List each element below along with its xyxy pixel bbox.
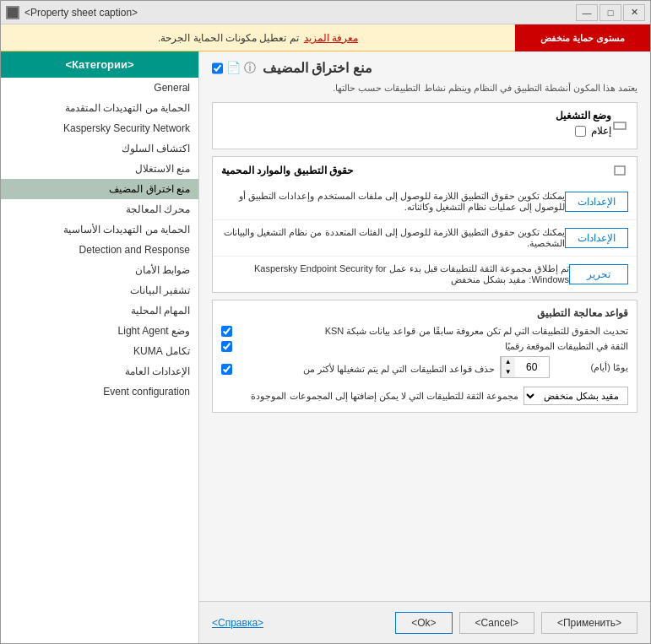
sidebar: <Категории> General الحماية من التهديدات… — [1, 51, 199, 643]
svg-rect-2 — [615, 166, 625, 175]
rules-title: قواعد معالجة التطبيق — [221, 307, 628, 319]
rights-text-2: يمكنك تكوين حقوق التطبيق اللازمة للوصول … — [221, 227, 565, 249]
rule-text-1: تحديث الحقوق للتطبيقات التي لم تكن معروف… — [237, 326, 628, 337]
page-title: منع اختراق المضيف — [263, 60, 372, 76]
sidebar-item-general-settings[interactable]: الإعدادات العامة — [1, 361, 198, 382]
rights-row-2: الإعدادات يمكنك تكوين حقوق التطبيق اللاز… — [213, 220, 637, 257]
rights-row-1: الإعدادات يمكنك تكوين حقوق التطبيق اللاز… — [213, 184, 637, 220]
startup-mode-section: وضع التشغيل إعلام — [212, 102, 637, 149]
footer: <Справка> <Ok> <Cancel> <Применить> — [199, 601, 650, 643]
title-row: منع اختراق المضيف ⓘ 📄 — [212, 60, 637, 76]
title-bar: <Property sheet caption> — □ ✕ — [1, 1, 650, 24]
minimize-button[interactable]: — — [576, 4, 598, 21]
rights-section: حقوق التطبيق والموارد المحمية الإعدادات … — [212, 156, 637, 293]
banner: معرفة المزيد تم تعطيل مكونات الحماية الج… — [1, 24, 650, 51]
rights-btn-1[interactable]: الإعدادات — [565, 192, 628, 212]
days-label: يومًا (أيام) — [555, 362, 628, 373]
days-increment-button[interactable]: ▲ — [502, 357, 515, 367]
banner-yellow-text: تم تعطيل مكونات الحماية الجرحة. — [158, 32, 299, 44]
sidebar-item-remediation[interactable]: محرك المعالجة — [1, 199, 198, 219]
banner-yellow: معرفة المزيد تم تعطيل مكونات الحماية الج… — [1, 24, 515, 51]
sidebar-item-local-tasks[interactable]: المهام المحلية — [1, 300, 198, 321]
cancel-button[interactable]: <Cancel> — [459, 612, 534, 634]
svg-rect-0 — [8, 8, 18, 18]
sidebar-item-advanced-threats[interactable]: الحماية من التهديدات المتقدمة — [1, 98, 198, 118]
right-panel: منع اختراق المضيف ⓘ 📄 يعتمد هذا المكون أ… — [199, 51, 650, 643]
window-title: <Property sheet caption> — [24, 7, 138, 19]
content-area: منع اختراق المضيف ⓘ 📄 يعتمد هذا المكون أ… — [199, 51, 650, 601]
rights-btn-2[interactable]: الإعدادات — [565, 228, 628, 248]
main-feature-checkbox[interactable] — [212, 61, 223, 76]
dropdown-row: مقيد بشكل منخفض مجموعة الثقة للتطبيقات ا… — [221, 387, 628, 405]
info-icon: ⓘ — [244, 61, 256, 76]
svg-rect-1 — [614, 122, 626, 129]
title-icons: ⓘ 📄 — [212, 61, 256, 76]
rule-row-1: تحديث الحقوق للتطبيقات التي لم تكن معروف… — [221, 326, 628, 337]
startup-mode-toggle[interactable] — [575, 126, 586, 137]
apply-button[interactable]: <Применить> — [541, 612, 637, 634]
sidebar-header: <Категории> — [1, 51, 198, 78]
startup-mode-row: وضع التشغيل إعلام — [213, 103, 637, 149]
rule-text-4: مجموعة الثقة للتطبيقات التي لا يمكن إضاف… — [221, 391, 518, 402]
sidebar-item-kuma[interactable]: تكامل KUMA — [1, 341, 198, 361]
ok-button[interactable]: <Ok> — [395, 612, 452, 634]
sidebar-item-exploit[interactable]: منع الاستغلال — [1, 159, 198, 179]
footer-buttons: <Ok> <Cancel> <Применить> — [395, 612, 637, 634]
maximize-button[interactable]: □ — [599, 4, 621, 21]
main-window: <Property sheet caption> — □ ✕ معرفة الم… — [0, 0, 651, 644]
rule-text-2: الثقة في التطبيقات الموقعة رقميًا — [237, 341, 628, 352]
learn-more-link[interactable]: معرفة المزيد — [304, 32, 358, 44]
startup-mode-left — [611, 117, 628, 134]
rule-text-3: حذف قواعد التطبيقات التي لم يتم تشغيلها … — [237, 364, 495, 375]
rights-row-3: تحرير تم إطلاق مجموعة الثقة للتطبيقات قب… — [213, 257, 637, 292]
help-link[interactable]: <Справка> — [212, 617, 263, 629]
startup-checkbox-row: إعلام — [221, 125, 611, 137]
banner-red: مستوى حماية منخفض — [515, 24, 650, 51]
startup-mode-content: وضع التشغيل إعلام — [221, 110, 611, 142]
days-row: يومًا (أيام) ▲ ▼ — [500, 356, 628, 378]
days-decrement-button[interactable]: ▼ — [502, 367, 515, 377]
rights-header-row: حقوق التطبيق والموارد المحمية — [213, 157, 637, 184]
trust-group-dropdown[interactable]: مقيد بشكل منخفض — [524, 387, 628, 405]
main-description: يعتمد هذا المكون أنشطة التطبيق في النظام… — [212, 83, 637, 94]
main-content: <Категории> General الحماية من التهديدات… — [1, 51, 650, 643]
rights-icon — [611, 162, 628, 179]
days-input[interactable] — [515, 360, 549, 375]
startup-checkbox-label: إعلام — [591, 125, 611, 137]
rule-row-3: يومًا (أيام) ▲ ▼ حذف قواعد التطبيقات الت… — [221, 356, 628, 382]
export-icon: 📄 — [226, 61, 241, 76]
sidebar-item-ksn[interactable]: Kaspersky Security Network — [1, 118, 198, 138]
startup-mode-label: وضع التشغيل — [221, 110, 611, 122]
sidebar-item-event-config[interactable]: Event configuration — [1, 382, 198, 402]
rule-checkbox-2[interactable] — [221, 341, 232, 352]
sidebar-item-host-intrusion[interactable]: منع اختراق المضيف — [1, 179, 198, 199]
sidebar-item-security-controls[interactable]: ضوابط الأمان — [1, 260, 198, 280]
title-bar-controls: — □ ✕ — [576, 4, 645, 21]
close-button[interactable]: ✕ — [623, 4, 645, 21]
title-bar-left: <Property sheet caption> — [6, 6, 138, 19]
rule-row-2: الثقة في التطبيقات الموقعة رقميًا — [221, 341, 628, 352]
sidebar-item-light-agent[interactable]: وضع Light Agent — [1, 321, 198, 341]
days-spinner: ▲ ▼ — [501, 357, 515, 377]
sidebar-item-basic-threats[interactable]: الحماية من التهديدات الأساسية — [1, 219, 198, 240]
startup-icon — [611, 117, 628, 134]
sidebar-item-behavior[interactable]: اكتشاف السلوك — [1, 138, 198, 159]
sidebar-item-data-encryption[interactable]: تشفير البيانات — [1, 280, 198, 300]
rules-section: قواعد معالجة التطبيق تحديث الحقوق للتطبي… — [212, 300, 637, 413]
rights-text-3: تم إطلاق مجموعة الثقة للتطبيقات قبل بدء … — [221, 263, 569, 285]
sidebar-item-general[interactable]: General — [1, 78, 198, 98]
rights-btn-3[interactable]: تحرير — [569, 264, 628, 284]
rule-checkbox-3[interactable] — [221, 364, 232, 375]
rule-checkbox-1[interactable] — [221, 326, 232, 337]
rights-section-title: حقوق التطبيق والموارد المحمية — [221, 165, 353, 176]
days-input-group: ▲ ▼ — [500, 356, 550, 378]
window-icon — [6, 6, 19, 19]
sidebar-item-detection-response[interactable]: Detection and Response — [1, 240, 198, 260]
rights-text-1: يمكنك تكوين حقوق التطبيق اللازمة للوصول … — [221, 191, 565, 213]
